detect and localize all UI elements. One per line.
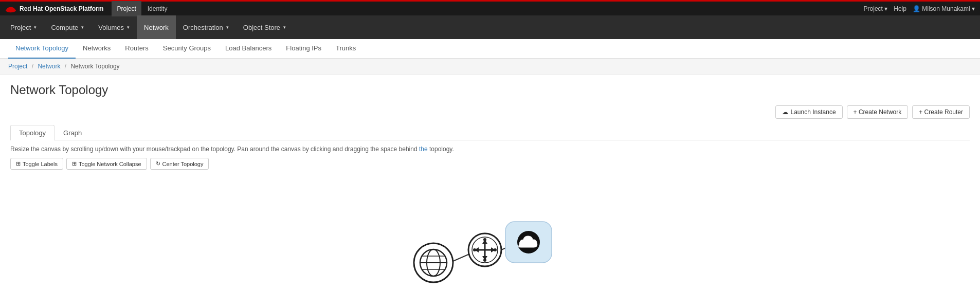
- topology-link: [453, 254, 469, 261]
- chevron-down-icon: ▾: [81, 25, 84, 30]
- subnav-network-topology[interactable]: Network Topology: [8, 39, 76, 59]
- breadcrumb: Project / Network / Network Topology: [0, 59, 980, 75]
- refresh-icon: ↻: [156, 160, 160, 167]
- launch-instance-button[interactable]: ☁ Launch Instance: [775, 105, 843, 119]
- topbar-project-dropdown[interactable]: Project ▾: [864, 5, 888, 12]
- router-icon: [483, 238, 486, 241]
- breadcrumb-project[interactable]: Project: [8, 63, 27, 70]
- tab-bar: Topology Graph: [10, 125, 970, 140]
- toggle-labels-button[interactable]: ⊞ Toggle Labels: [10, 158, 63, 170]
- topology-canvas[interactable]: [10, 178, 970, 290]
- topbar-identity[interactable]: Identity: [142, 1, 173, 16]
- chevron-down-icon: ▾: [226, 25, 229, 30]
- hint-link: the: [419, 146, 428, 153]
- topology-svg: [10, 178, 970, 290]
- tab-topology[interactable]: Topology: [10, 125, 55, 140]
- breadcrumb-current: Network Topology: [70, 63, 119, 70]
- subnav-routers[interactable]: Routers: [118, 39, 156, 59]
- sub-nav: Network Topology Networks Routers Securi…: [0, 39, 980, 59]
- nav-compute[interactable]: Compute ▾: [44, 15, 91, 39]
- nav-network[interactable]: Network: [137, 15, 176, 39]
- redhat-logo-icon: [5, 5, 16, 13]
- page-content: Network Topology ☁ Launch Instance + Cre…: [0, 75, 980, 290]
- breadcrumb-sep: /: [65, 63, 66, 70]
- nav-orchestration[interactable]: Orchestration ▾: [176, 15, 236, 39]
- subnav-floating-ips[interactable]: Floating IPs: [279, 39, 329, 59]
- router-icon: [483, 259, 486, 262]
- subnav-trunks[interactable]: Trunks: [329, 39, 363, 59]
- chevron-down-icon: ▾: [283, 25, 286, 30]
- action-bar: ☁ Launch Instance + Create Network + Cre…: [10, 105, 970, 119]
- toolbar: ⊞ Toggle Labels ⊞ Toggle Network Collaps…: [10, 158, 970, 170]
- topbar-right: Project ▾ Help 👤 Milson Munakami ▾: [864, 5, 975, 12]
- subnav-load-balancers[interactable]: Load Balancers: [218, 39, 279, 59]
- cloud-icon: ☁: [782, 108, 788, 116]
- topbar-help[interactable]: Help: [894, 5, 906, 12]
- nav-project[interactable]: Project ▾: [3, 15, 44, 39]
- tab-graph[interactable]: Graph: [55, 125, 90, 140]
- grid-icon: ⊞: [16, 160, 21, 167]
- chevron-down-icon: ▾: [127, 25, 130, 30]
- grid-icon: ⊞: [72, 160, 77, 167]
- brand: Red Hat OpenStack Platform: [5, 5, 103, 13]
- brand-name: Red Hat OpenStack Platform: [20, 5, 103, 12]
- breadcrumb-sep: /: [32, 63, 33, 70]
- subnav-networks[interactable]: Networks: [76, 39, 118, 59]
- router-icon: [473, 248, 476, 251]
- nav-objectstore[interactable]: Object Store ▾: [236, 15, 293, 39]
- topbar-nav: Project Identity: [112, 1, 863, 16]
- chevron-down-icon: ▾: [34, 25, 37, 30]
- subnav-security-groups[interactable]: Security Groups: [156, 39, 218, 59]
- main-nav: Project ▾ Compute ▾ Volumes ▾ Network Or…: [0, 15, 980, 39]
- center-topology-button[interactable]: ↻ Center Topology: [150, 158, 209, 170]
- page-title: Network Topology: [10, 83, 970, 97]
- create-router-button[interactable]: + Create Router: [912, 105, 970, 119]
- breadcrumb-network[interactable]: Network: [38, 63, 60, 70]
- nav-volumes[interactable]: Volumes ▾: [91, 15, 137, 39]
- hint-text: Resize the canvas by scrolling up/down w…: [10, 146, 970, 153]
- topbar-project[interactable]: Project: [112, 1, 141, 16]
- create-network-button[interactable]: + Create Network: [847, 105, 909, 119]
- router-icon: [494, 248, 497, 251]
- toggle-network-collapse-button[interactable]: ⊞ Toggle Network Collapse: [66, 158, 147, 170]
- top-bar: Red Hat OpenStack Platform Project Ident…: [0, 0, 980, 15]
- topbar-user[interactable]: 👤 Milson Munakami ▾: [913, 5, 975, 12]
